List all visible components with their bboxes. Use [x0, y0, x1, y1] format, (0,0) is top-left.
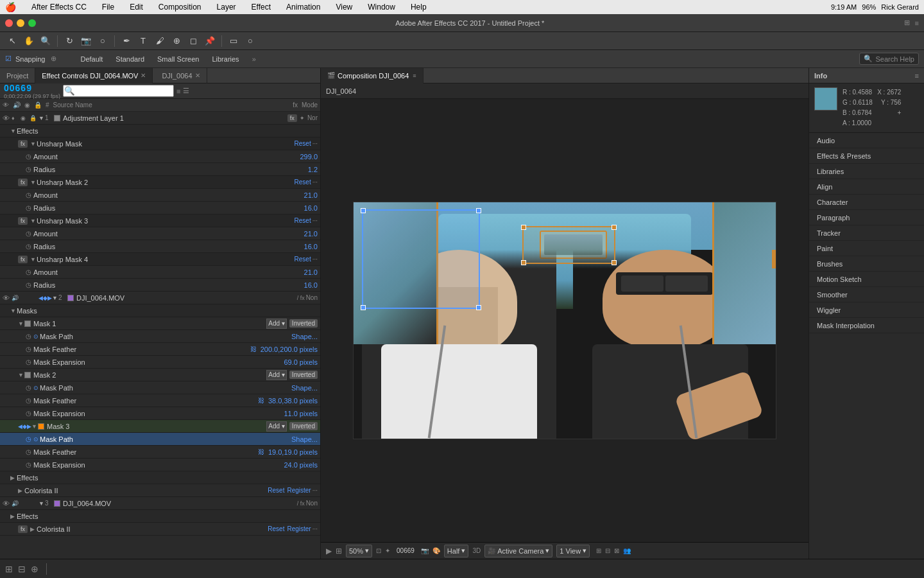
mask2-path-row[interactable]: ◷ ⊙ Mask Path Shape...	[0, 381, 320, 394]
layer1-audio[interactable]: ♦	[12, 115, 21, 121]
toolbar-icon-2[interactable]: ≡	[915, 19, 919, 27]
search-help[interactable]: 🔍 Search Help	[859, 53, 919, 65]
colorista2-reset[interactable]: Reset	[268, 487, 284, 494]
mask3-path-stopwatch[interactable]: ◷	[26, 435, 31, 442]
tab-dji-close[interactable]: ✕	[195, 72, 200, 79]
toolbar-icon-1[interactable]: ⊞	[904, 19, 910, 27]
unsharp3-reset[interactable]: Reset	[295, 217, 311, 224]
snapping-toggle[interactable]: ☑ Snapping ⊕	[5, 55, 56, 63]
effects3-arrow[interactable]	[10, 513, 17, 520]
info-panel-menu[interactable]: ≡	[915, 72, 919, 80]
layer2-keyframe-right[interactable]: ▶	[47, 295, 52, 301]
menu-aftereffects[interactable]: After Effects CC	[29, 3, 89, 12]
comp-ctrl-fit[interactable]: ⊡	[376, 547, 381, 554]
mask3-feather-value[interactable]: 19.0,19.0 pixels	[268, 448, 318, 456]
mask1-path-row[interactable]: ◷ ⊙ Mask Path Shape...	[0, 330, 320, 343]
unsharp1-arrow[interactable]	[30, 141, 37, 147]
mask1-expansion-value[interactable]: 69.0 pixels	[284, 358, 318, 366]
bottom-null[interactable]: ⊕	[31, 564, 38, 574]
menu-view[interactable]: View	[333, 3, 355, 12]
mask3-keyframe[interactable]: ◆	[22, 423, 27, 430]
comp-ctrl-3d[interactable]: 3D	[472, 547, 481, 554]
unsharp1-radius-value[interactable]: 1.2	[308, 166, 318, 173]
mask3-path-value[interactable]: Shape...	[291, 435, 318, 443]
masks-header[interactable]: Masks	[0, 304, 320, 317]
layer-row-2[interactable]: 👁 🔊 ◀ ◆ ▶ 2 DJI_0064.MOV / fx Non	[0, 292, 320, 304]
rpanel-effects-presets[interactable]: Effects & Presets	[809, 148, 924, 164]
unsharp3-dots[interactable]: ···	[312, 217, 318, 224]
unsharp3-radius-row[interactable]: ◷ Radius 16.0	[0, 240, 320, 253]
colorista3-reset[interactable]: Reset	[268, 525, 284, 532]
effects1-arrow[interactable]	[10, 128, 17, 134]
rpanel-smoother[interactable]: Smoother	[809, 287, 924, 302]
menu-window[interactable]: Window	[365, 3, 398, 12]
menu-composition[interactable]: Composition	[156, 3, 204, 12]
rpanel-align[interactable]: Align	[809, 179, 924, 195]
tab-project[interactable]: Project	[0, 68, 35, 83]
unsharp4-amount-stopwatch[interactable]: ◷	[26, 268, 31, 276]
mask2-expansion-row[interactable]: ◷ Mask Expansion 11.0 pixels	[0, 407, 320, 420]
layer2-audio[interactable]: 🔊	[12, 295, 21, 301]
layer1-lock[interactable]: 🔒	[30, 115, 38, 121]
menu-effect[interactable]: Effect	[249, 3, 273, 12]
unsharp2-amount-value[interactable]: 21.0	[304, 191, 318, 199]
effects2-arrow[interactable]	[10, 475, 17, 481]
mask1-path-value[interactable]: Shape...	[291, 333, 318, 340]
tool-clone[interactable]: ⊕	[169, 34, 184, 48]
unsharp2-radius-stopwatch[interactable]: ◷	[26, 204, 31, 211]
unsharp4-amount-row[interactable]: ◷ Amount 21.0	[0, 266, 320, 279]
comp-ctrl-color[interactable]: 🎨	[432, 547, 440, 554]
menu-animation[interactable]: Animation	[284, 3, 323, 12]
menu-file[interactable]: File	[99, 3, 117, 12]
tool-brush[interactable]: 🖌	[153, 34, 167, 48]
tool-camera[interactable]: 📷	[79, 34, 93, 48]
unsharp1-amount-stopwatch[interactable]: ◷	[26, 153, 31, 160]
tab-dji[interactable]: DJI_0064 ✕	[155, 68, 207, 83]
unsharp-mask-1[interactable]: fx Unsharp Mask Reset ···	[0, 137, 320, 150]
colorista3-register[interactable]: Register	[287, 525, 311, 532]
workspace-small-screen[interactable]: Small Screen	[153, 54, 203, 64]
window-close[interactable]	[5, 19, 13, 27]
mask3-keyframe-right[interactable]: ▶	[27, 423, 31, 430]
unsharp1-amount-row[interactable]: ◷ Amount 299.0	[0, 150, 320, 163]
layer-row-1[interactable]: 👁 ♦ ◉ 🔒 1 Adjustment Layer 1 fx ✦ Nor	[0, 112, 320, 125]
tool-shape-rect[interactable]: ▭	[227, 34, 241, 48]
tab-effect-controls-close[interactable]: ✕	[141, 72, 146, 79]
mask1-path-stopwatch[interactable]: ◷	[26, 333, 31, 340]
rpanel-paragraph[interactable]: Paragraph	[809, 210, 924, 225]
unsharp4-radius-value[interactable]: 16.0	[304, 281, 318, 289]
comp-tab-main[interactable]: 🎬 Composition DJI_0064 ≡	[321, 68, 424, 83]
tool-puppet[interactable]: 📌	[203, 34, 217, 48]
bottom-play[interactable]: ⊞	[5, 564, 13, 574]
mask3-inverted[interactable]: Inverted	[289, 422, 318, 430]
layer1-arrow[interactable]	[38, 115, 45, 121]
rpanel-audio[interactable]: Audio	[809, 133, 924, 148]
mask-3-header[interactable]: ◀ ◆ ▶ Mask 3 Add ▾ Inverted	[0, 420, 320, 433]
comp-ctrl-render[interactable]: ▶	[326, 547, 332, 556]
comp-tab-menu[interactable]: ≡	[413, 73, 416, 79]
unsharp1-radius-stopwatch[interactable]: ◷	[26, 166, 31, 173]
mask3-feather-row[interactable]: ◷ Mask Feather ⛓ 19.0,19.0 pixels	[0, 446, 320, 459]
views-dropdown[interactable]: 1 View ▾	[556, 545, 590, 557]
unsharp1-reset[interactable]: Reset	[295, 140, 311, 147]
effects-header-2[interactable]: Effects	[0, 471, 320, 484]
rpanel-libraries[interactable]: Libraries	[809, 164, 924, 179]
mask1-expansion-row[interactable]: ◷ Mask Expansion 69.0 pixels	[0, 356, 320, 369]
unsharp4-radius-row[interactable]: ◷ Radius 16.0	[0, 279, 320, 292]
rpanel-tracker[interactable]: Tracker	[809, 225, 924, 241]
tool-orbit[interactable]: ○	[96, 34, 110, 48]
effects-header-3[interactable]: Effects	[0, 510, 320, 523]
mask2-expansion-value[interactable]: 11.0 pixels	[284, 410, 318, 417]
rpanel-wiggler[interactable]: Wiggler	[809, 302, 924, 318]
layer2-keyframe-left[interactable]: ◀	[38, 295, 43, 301]
layer3-arrow[interactable]	[38, 500, 45, 507]
tool-zoom[interactable]: 🔍	[38, 34, 53, 48]
comp-ctrl-icons[interactable]: ⊞	[596, 547, 601, 554]
layer-header-icon2[interactable]: ☰	[183, 87, 189, 95]
colorista3-dots[interactable]: ···	[312, 525, 318, 532]
camera-dropdown[interactable]: 🎥 Active Camera ▾	[484, 545, 552, 557]
tool-selection[interactable]: ↖	[5, 34, 19, 48]
comp-ctrl-screen[interactable]: ⊞	[336, 547, 342, 556]
mask3-expansion-value[interactable]: 24.0 pixels	[284, 461, 318, 469]
unsharp2-radius-row[interactable]: ◷ Radius 16.0	[0, 202, 320, 215]
